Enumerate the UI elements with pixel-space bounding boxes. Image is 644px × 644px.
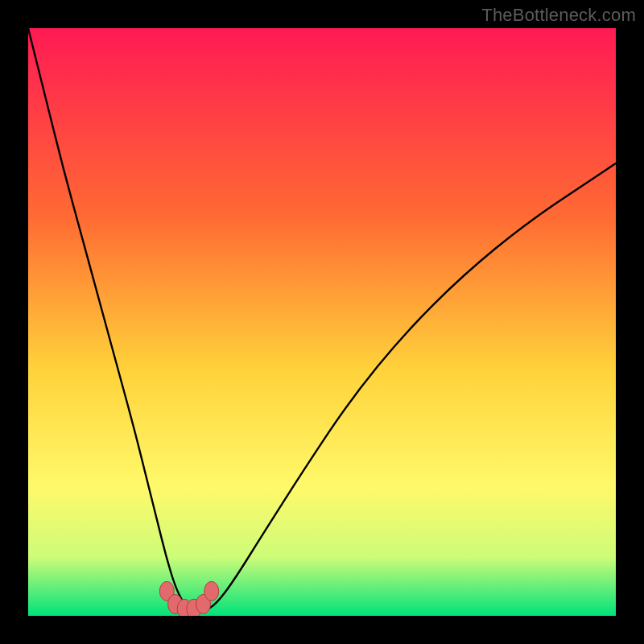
chart-frame: TheBottleneck.com: [0, 0, 644, 644]
bottom-marker-cluster: [159, 581, 218, 616]
curve-marker: [204, 581, 219, 601]
bottleneck-curve: [28, 28, 616, 613]
plot-area: [28, 28, 616, 616]
watermark-text: TheBottleneck.com: [481, 5, 636, 26]
curve-layer: [28, 28, 616, 616]
